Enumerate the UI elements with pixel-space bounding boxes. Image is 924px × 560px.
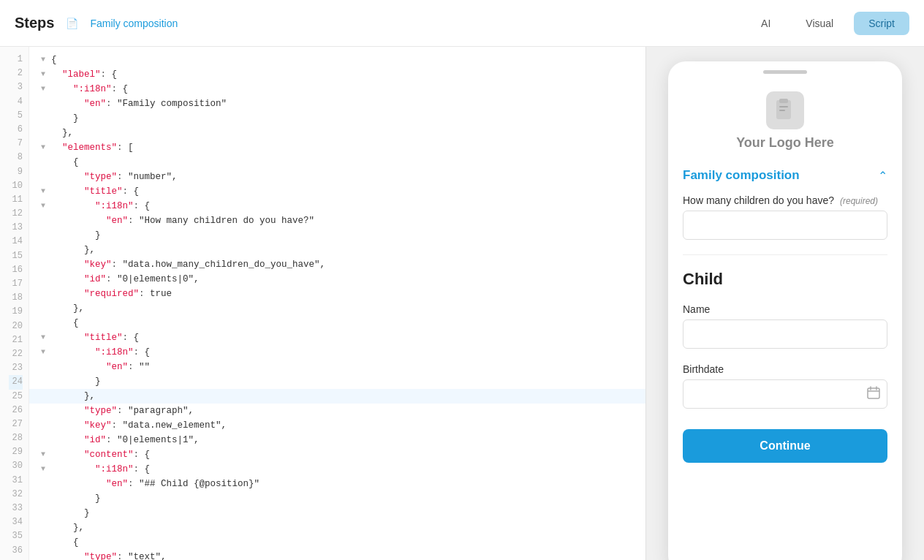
fold-chevron[interactable]: ▼: [41, 69, 50, 80]
fold-chevron[interactable]: ▼: [41, 54, 50, 66]
fold-chevron[interactable]: [41, 259, 50, 270]
code-line: },: [29, 389, 645, 404]
fold-chevron[interactable]: ▼: [41, 142, 50, 154]
code-line: },: [29, 243, 645, 257]
line-number: 14: [9, 235, 23, 249]
code-editor[interactable]: 1234567891011121314151617181920212223242…: [0, 47, 646, 560]
line-number: 10: [9, 179, 23, 193]
birthdate-input[interactable]: [683, 379, 887, 409]
line-number: 13: [9, 221, 23, 235]
logo-area: Your Logo Here: [668, 80, 902, 168]
fold-chevron[interactable]: [41, 244, 50, 256]
code-line: {: [29, 316, 645, 330]
name-input[interactable]: [683, 319, 887, 349]
line-number: 8: [9, 151, 23, 164]
code-text: "en": "Family composition": [51, 97, 227, 111]
steps-label: Steps: [15, 15, 54, 31]
fold-chevron[interactable]: [41, 361, 50, 373]
code-text: "title": {: [51, 184, 139, 199]
continue-button[interactable]: Continue: [683, 429, 887, 463]
code-text: "en": "": [51, 360, 150, 374]
line-numbers: 1234567891011121314151617181920212223242…: [0, 47, 29, 560]
birthdate-input-wrapper: [683, 379, 887, 409]
fold-chevron[interactable]: [41, 420, 50, 431]
fold-chevron[interactable]: [41, 215, 50, 227]
code-line: ▼ ":i18n": {: [29, 199, 645, 213]
code-line: }: [29, 111, 645, 126]
fold-chevron[interactable]: [41, 376, 50, 387]
line-number: 18: [9, 291, 23, 305]
code-text: {: [51, 53, 57, 67]
fold-chevron[interactable]: [41, 230, 50, 241]
fold-chevron[interactable]: [41, 493, 50, 504]
fold-chevron[interactable]: [41, 171, 50, 183]
line-number: 7: [9, 137, 23, 151]
fold-chevron[interactable]: ▼: [41, 332, 50, 344]
fold-chevron[interactable]: ▼: [41, 83, 50, 95]
fold-chevron[interactable]: [41, 390, 50, 402]
fold-chevron[interactable]: [41, 522, 50, 534]
code-text: }: [51, 374, 101, 389]
preview-panel: Your Logo Here Family composition ⌃ How …: [646, 47, 924, 560]
code-text: "en": "How many children do you have?": [51, 213, 314, 228]
code-line: ▼ ":i18n": {: [29, 82, 645, 97]
code-text: },: [51, 243, 95, 257]
code-line: }: [29, 491, 645, 506]
line-number: 28: [9, 431, 23, 445]
fold-chevron[interactable]: [41, 127, 50, 139]
code-line: "key": "data.new_element",: [29, 418, 645, 433]
code-text: "id": "0|elements|0",: [51, 272, 200, 287]
line-number: 6: [9, 123, 23, 137]
code-text: "type": "paragraph",: [51, 404, 194, 418]
children-count-group: How many children do you have? (required…: [683, 194, 887, 240]
fold-chevron[interactable]: [41, 507, 50, 519]
file-icon: 📄: [66, 18, 78, 29]
fold-chevron[interactable]: [41, 113, 50, 124]
fold-chevron[interactable]: ▼: [41, 463, 50, 475]
birthdate-label: Birthdate: [683, 363, 724, 375]
fold-chevron[interactable]: [41, 551, 50, 560]
line-number: 27: [9, 417, 23, 431]
fold-chevron[interactable]: ▼: [41, 186, 50, 197]
tab-visual[interactable]: Visual: [791, 12, 848, 35]
fold-chevron[interactable]: [41, 478, 50, 490]
code-line: ▼ "elements": [: [29, 140, 645, 155]
fold-chevron[interactable]: [41, 434, 50, 446]
line-number: 35: [9, 529, 23, 543]
fold-chevron[interactable]: [41, 303, 50, 314]
line-number: 25: [9, 390, 23, 404]
phone-notch-area: [668, 61, 902, 80]
collapse-icon[interactable]: ⌃: [878, 169, 887, 183]
fold-chevron[interactable]: [41, 288, 50, 300]
birthdate-group: Birthdate: [683, 363, 887, 409]
phone-form: Family composition ⌃ How many children d…: [668, 168, 902, 560]
code-line: ▼{: [29, 53, 645, 67]
code-line: ▼ "title": {: [29, 330, 645, 345]
fold-chevron[interactable]: [41, 98, 50, 110]
code-text: ":i18n": {: [51, 462, 150, 477]
code-text: }: [51, 111, 79, 126]
line-number: 17: [9, 277, 23, 291]
fold-chevron[interactable]: ▼: [41, 200, 50, 212]
fold-chevron[interactable]: [41, 537, 50, 548]
section-header: Family composition ⌃: [683, 168, 887, 183]
name-group: Name: [683, 303, 887, 349]
code-line: }: [29, 374, 645, 389]
code-text: "type": "text",: [51, 550, 167, 560]
code-line: "en": "": [29, 360, 645, 374]
code-text: }: [51, 506, 90, 521]
fold-chevron[interactable]: [41, 405, 50, 417]
logo-icon: [766, 91, 804, 129]
fold-chevron[interactable]: [41, 273, 50, 285]
children-count-input[interactable]: [683, 211, 887, 240]
fold-chevron[interactable]: [41, 156, 50, 168]
code-text: ":i18n": {: [51, 82, 128, 97]
fold-chevron[interactable]: [41, 317, 50, 329]
tab-script[interactable]: Script: [854, 12, 909, 35]
code-line: ▼ ":i18n": {: [29, 462, 645, 477]
line-number: 5: [9, 109, 23, 123]
fold-chevron[interactable]: ▼: [41, 347, 50, 358]
line-number: 1: [9, 53, 23, 67]
fold-chevron[interactable]: ▼: [41, 449, 50, 461]
tab-ai[interactable]: AI: [746, 12, 785, 35]
